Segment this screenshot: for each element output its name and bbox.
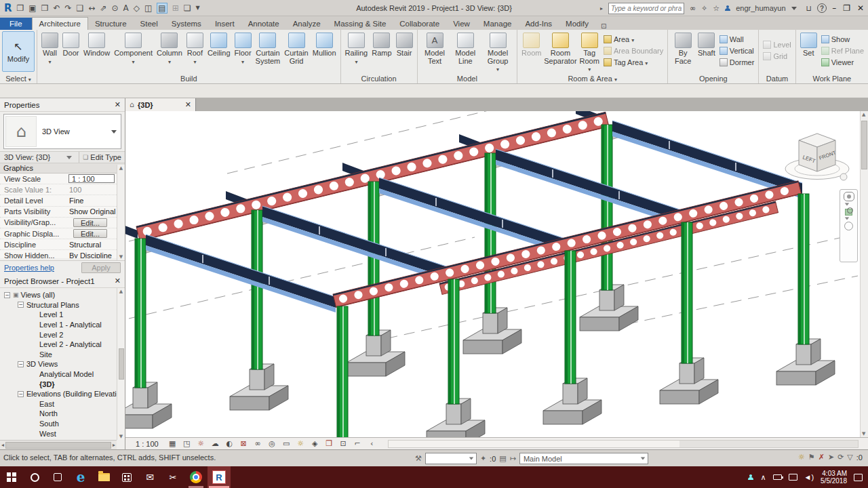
tab-file[interactable]: File: [0, 18, 32, 30]
window-button[interactable]: Window: [81, 31, 112, 58]
search-expand-icon[interactable]: ▸: [600, 5, 603, 12]
volume-icon[interactable]: ◄): [804, 473, 814, 482]
properties-help-link[interactable]: Properties help: [4, 264, 54, 272]
room-area-panel-caption[interactable]: Room & Area: [517, 75, 667, 83]
curtain-grid-button[interactable]: Curtain Grid: [282, 31, 310, 65]
temporary-view-properties-icon[interactable]: ◈: [310, 439, 320, 448]
flag-icon[interactable]: ⚑: [808, 453, 815, 462]
viewbar-collapse-icon[interactable]: ‹: [367, 439, 377, 448]
floor-button[interactable]: Floor: [233, 31, 254, 66]
filter-icon[interactable]: ▽: [847, 453, 852, 462]
vertical-opening-button[interactable]: Vertical: [717, 45, 757, 56]
column-button[interactable]: Column: [155, 31, 184, 66]
room-button[interactable]: Room: [519, 31, 543, 58]
zoom-menu-arrow-icon[interactable]: [844, 218, 848, 220]
detail-level-value[interactable]: Fine: [66, 197, 117, 205]
instance-selector[interactable]: 3D View: {3D}: [0, 152, 79, 163]
link-icon[interactable]: ↦: [510, 454, 516, 463]
locked-3d-view-icon[interactable]: ◎: [267, 439, 277, 448]
tab-annotate[interactable]: Annotate: [241, 18, 286, 30]
tree-item-structural-plans[interactable]: −Structural Plans: [0, 300, 117, 310]
action-center-icon[interactable]: [854, 474, 863, 481]
store-button[interactable]: [115, 466, 138, 488]
pan-icon[interactable]: [844, 222, 853, 230]
steering-wheel-icon[interactable]: [844, 192, 854, 201]
show-hidden-value[interactable]: By Discipline: [66, 251, 117, 258]
close-button[interactable]: ✕: [857, 3, 865, 13]
shaft-button[interactable]: Shaft: [696, 31, 717, 58]
close-inactive-views-icon[interactable]: ⊞: [172, 3, 179, 13]
tab-architecture[interactable]: Architecture: [32, 17, 88, 30]
edge-button[interactable]: e: [69, 466, 92, 488]
reveal-constraints-icon[interactable]: ⌐: [353, 439, 363, 448]
default-3d-view-icon[interactable]: ◇: [134, 3, 140, 13]
crop-view-icon[interactable]: ⊠: [239, 439, 249, 448]
tree-item-level-1[interactable]: Level 1: [0, 310, 117, 320]
drawing-area[interactable]: ⌂ {3D} ✕: [125, 98, 868, 449]
tag-area-button[interactable]: Tag Area: [601, 57, 665, 68]
ribbon-display-toggle-icon[interactable]: ⊡: [601, 22, 606, 30]
zoom-icon[interactable]: [845, 207, 853, 216]
aligned-dimension-icon[interactable]: ⇗: [100, 3, 106, 13]
ref-plane-button[interactable]: Ref Plane: [819, 45, 866, 56]
minimize-button[interactable]: –: [832, 3, 837, 13]
tab-collaborate[interactable]: Collaborate: [393, 18, 446, 30]
viewer-button[interactable]: Viewer: [819, 57, 866, 68]
temporary-hide-isolate-icon[interactable]: ▭: [281, 439, 292, 448]
file-explorer-button[interactable]: [92, 466, 115, 488]
tree-item-north[interactable]: North: [0, 409, 117, 419]
view-scale-value[interactable]: 1 : 100: [68, 174, 115, 183]
measure-icon[interactable]: ↔: [88, 3, 95, 13]
reveal-hidden-elements-icon[interactable]: ☼: [296, 439, 306, 448]
detail-level-icon[interactable]: ◳: [182, 439, 192, 448]
visibility-graphics-edit-button[interactable]: Edit...: [73, 218, 107, 227]
component-button[interactable]: Component: [112, 31, 155, 66]
tree-item-level-2[interactable]: Level 2: [0, 329, 117, 340]
people-icon[interactable]: [748, 474, 753, 480]
graphics-section-header[interactable]: Graphics: [0, 163, 125, 174]
cortana-button[interactable]: [23, 466, 46, 488]
design-options-icon[interactable]: ✦: [480, 454, 486, 463]
tag-room-button[interactable]: Tag Room: [577, 31, 601, 74]
3d-model-view[interactable]: LEFT FRONT: [125, 111, 860, 437]
app-store-cart-icon[interactable]: ⊔: [806, 4, 812, 13]
view-tab-close-icon[interactable]: ✕: [185, 100, 191, 109]
exclude-options-icon[interactable]: ✗: [818, 453, 825, 462]
chrome-button[interactable]: [184, 466, 208, 488]
tab-add-ins[interactable]: Add-Ins: [518, 18, 559, 30]
tab-modify[interactable]: Modify: [559, 18, 595, 30]
browser-horizontal-scrollbar[interactable]: ◂ ▸: [0, 440, 117, 449]
dormer-button[interactable]: Dormer: [717, 57, 757, 68]
model-group-button[interactable]: Model Group: [481, 31, 515, 74]
graphic-display-edit-button[interactable]: Edit...: [73, 229, 107, 238]
shadows-icon[interactable]: ☁: [210, 439, 220, 448]
tab-manage[interactable]: Manage: [477, 18, 519, 30]
undo-icon[interactable]: ↶: [53, 3, 60, 13]
tag-by-category-icon[interactable]: ⊙: [111, 3, 118, 13]
discipline-value[interactable]: Structural: [66, 241, 117, 249]
text-icon[interactable]: A: [123, 3, 129, 13]
wheel-menu-arrow-icon[interactable]: [844, 203, 848, 206]
tab-view[interactable]: View: [446, 18, 477, 30]
tree-item-south[interactable]: South: [0, 419, 117, 429]
stair-button[interactable]: Stair: [394, 31, 415, 58]
select-underlay-icon[interactable]: ⟳: [837, 453, 844, 462]
visual-style-icon[interactable]: ▦: [167, 439, 178, 448]
view-scale-button[interactable]: 1 : 100: [131, 439, 163, 449]
help-icon[interactable]: ?: [817, 3, 827, 13]
door-button[interactable]: Door: [60, 31, 81, 58]
favorites-star-icon[interactable]: ☆: [713, 4, 719, 13]
redo-icon[interactable]: ↷: [65, 3, 72, 13]
tree-item-analytical-model[interactable]: Analytical Model: [0, 369, 117, 380]
sync-icon[interactable]: ❒: [41, 3, 49, 13]
tree-item-east[interactable]: East: [0, 399, 117, 409]
tree-item-level-2-analytical[interactable]: Level 2 - Analytical: [0, 340, 117, 350]
tree-item-level-1-analytical[interactable]: Level 1 - Analytical: [0, 320, 117, 330]
canvas-horizontal-scrollbar[interactable]: [388, 440, 859, 448]
tab-steel[interactable]: Steel: [134, 18, 165, 30]
roof-button[interactable]: Roof: [184, 31, 205, 66]
tree-item-views-all[interactable]: −▣Views (all): [0, 290, 117, 300]
press-drag-icon[interactable]: ➤: [828, 453, 834, 462]
tree-item-3d-views[interactable]: −3D Views: [0, 359, 117, 369]
tree-item-elevations[interactable]: −Elevations (Building Elevation): [0, 389, 117, 399]
